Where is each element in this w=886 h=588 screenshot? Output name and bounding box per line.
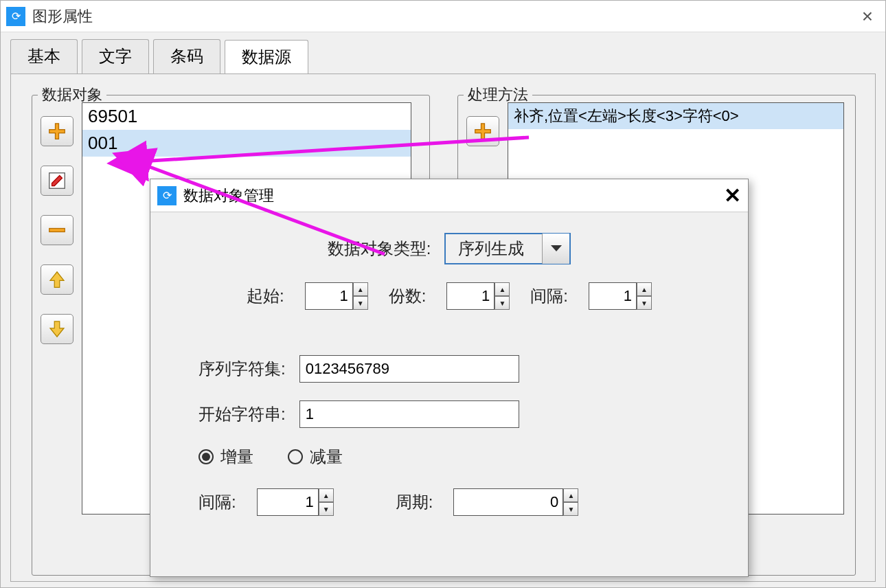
close-icon[interactable]: × [855, 5, 880, 27]
app-icon: ⟳ [6, 7, 25, 26]
proc-add-button[interactable] [466, 116, 499, 146]
spin-down-icon[interactable]: ▼ [319, 502, 334, 516]
tab-barcode[interactable]: 条码 [153, 39, 220, 74]
tab-basic[interactable]: 基本 [10, 39, 78, 74]
spin-up-icon[interactable]: ▲ [353, 282, 368, 296]
interval-label: 间隔: [198, 491, 236, 513]
charset-input[interactable] [299, 355, 519, 383]
startstr-input[interactable] [299, 400, 519, 428]
charset-label: 序列字符集: [198, 358, 286, 380]
title-bar: ⟳ 图形属性 × [1, 1, 885, 32]
spin-down-icon[interactable]: ▼ [563, 502, 578, 516]
period-field[interactable] [453, 488, 563, 516]
copies-field[interactable] [446, 282, 495, 310]
edit-icon [47, 170, 67, 191]
interval-input[interactable]: ▲▼ [257, 488, 334, 516]
spin-up-icon[interactable]: ▲ [319, 488, 334, 502]
period-input[interactable]: ▲▼ [453, 488, 578, 516]
dialog-body: 数据对象类型: 序列生成 起始: ▲▼ 份数: ▲▼ 间隔: ▲▼ [150, 212, 748, 554]
start-field[interactable] [305, 282, 353, 310]
spin-down-icon[interactable]: ▼ [495, 296, 510, 310]
spinner[interactable]: ▲▼ [319, 488, 334, 516]
proc-toolbar [466, 116, 499, 146]
radio-decrement[interactable]: 减量 [288, 446, 343, 468]
list-item[interactable]: 69501 [82, 103, 411, 130]
move-down-button[interactable] [41, 314, 73, 344]
spin-down-icon[interactable]: ▼ [353, 296, 368, 310]
window-title: 图形属性 [32, 6, 855, 27]
type-dropdown[interactable]: 序列生成 [444, 233, 571, 264]
app-icon: ⟳ [157, 186, 177, 205]
data-object-manage-dialog: ⟳ 数据对象管理 ✕ 数据对象类型: 序列生成 起始: ▲▼ 份数: ▲▼ [150, 179, 749, 577]
add-button[interactable] [41, 116, 73, 146]
data-object-toolbar [41, 116, 73, 344]
radio-circle-icon [288, 449, 303, 464]
start-input[interactable]: ▲▼ [305, 282, 368, 310]
radio-circle-icon [198, 449, 214, 464]
tab-text[interactable]: 文字 [82, 39, 149, 74]
spinner[interactable]: ▲▼ [563, 488, 578, 516]
plus-icon [47, 121, 67, 142]
list-item[interactable]: 补齐,位置<左端>长度<3>字符<0> [508, 103, 843, 129]
dropdown-button[interactable] [542, 234, 569, 264]
start-label: 起始: [247, 285, 284, 307]
startstr-label: 开始字符串: [198, 403, 286, 425]
radio-increment[interactable]: 增量 [198, 446, 253, 468]
period-label: 周期: [396, 491, 433, 513]
chevron-down-icon [550, 245, 563, 253]
tab-datasource[interactable]: 数据源 [225, 40, 308, 74]
radio-dec-label: 减量 [310, 446, 343, 468]
spinner[interactable]: ▲▼ [495, 282, 510, 310]
spin-up-icon[interactable]: ▲ [495, 282, 510, 296]
type-label: 数据对象类型: [328, 238, 431, 260]
gap-label: 间隔: [530, 285, 568, 307]
svg-rect-1 [49, 229, 65, 232]
interval-field[interactable] [257, 488, 319, 516]
type-value: 序列生成 [446, 238, 542, 260]
spin-up-icon[interactable]: ▲ [637, 282, 652, 296]
copies-input[interactable]: ▲▼ [446, 282, 510, 310]
minus-icon [47, 220, 67, 240]
tabs: 基本 文字 条码 数据源 [1, 32, 885, 74]
copies-label: 份数: [389, 285, 427, 307]
edit-button[interactable] [41, 166, 73, 196]
spin-down-icon[interactable]: ▼ [637, 296, 652, 310]
list-item[interactable]: 001 [82, 130, 411, 157]
spinner[interactable]: ▲▼ [637, 282, 652, 310]
remove-button[interactable] [41, 215, 73, 245]
dialog-title: 数据对象管理 [183, 185, 724, 206]
arrow-down-icon [47, 319, 67, 339]
spin-up-icon[interactable]: ▲ [563, 488, 578, 502]
arrow-up-icon [47, 269, 67, 290]
radio-inc-label: 增量 [220, 446, 253, 468]
dialog-close-icon[interactable]: ✕ [724, 183, 741, 207]
dialog-title-bar: ⟳ 数据对象管理 ✕ [150, 179, 748, 212]
spinner[interactable]: ▲▼ [353, 282, 368, 310]
plus-icon [473, 121, 493, 142]
gap-field[interactable] [589, 282, 637, 310]
gap-input[interactable]: ▲▼ [589, 282, 652, 310]
move-up-button[interactable] [41, 264, 73, 295]
